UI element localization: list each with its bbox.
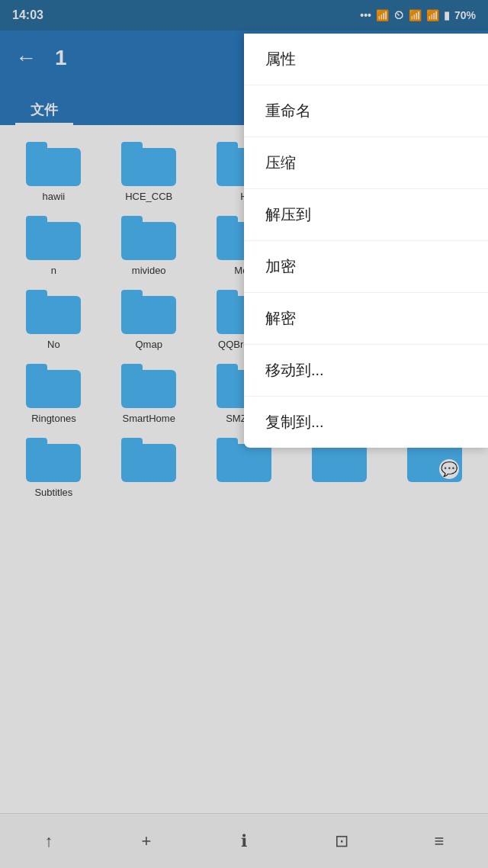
context-menu-item-copy-to[interactable]: 复制到...	[244, 397, 488, 448]
context-menu: 属性重命名压缩解压到加密解密移动到...复制到...	[244, 34, 488, 448]
context-menu-item-move-to[interactable]: 移动到...	[244, 345, 488, 397]
context-menu-item-compress[interactable]: 压缩	[244, 137, 488, 189]
context-menu-item-rename[interactable]: 重命名	[244, 85, 488, 137]
context-menu-item-extract-to[interactable]: 解压到	[244, 189, 488, 241]
context-menu-item-decrypt[interactable]: 解密	[244, 293, 488, 345]
context-menu-item-properties[interactable]: 属性	[244, 34, 488, 85]
context-menu-item-encrypt[interactable]: 加密	[244, 241, 488, 293]
